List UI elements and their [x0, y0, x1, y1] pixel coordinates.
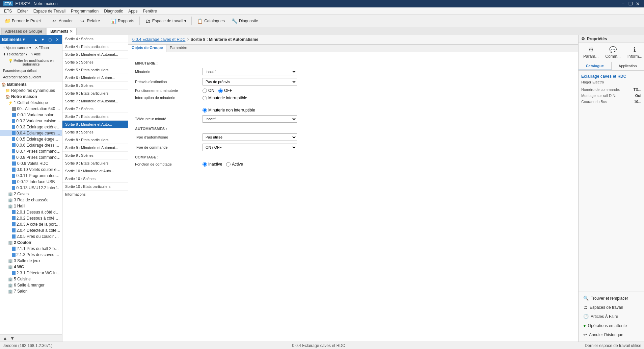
- tree-item-cote-porte[interactable]: 2.0.3 A coté de la porte du s...: [0, 221, 62, 227]
- list-item-sortie7-scenes[interactable]: Sortie 7 : Scènes: [62, 105, 128, 113]
- list-item-sortie10-etats[interactable]: Sortie 10 : Etats particuliers: [62, 183, 128, 191]
- tree-item-detecteur[interactable]: 2.0.4 Détecteur à côté de la...: [0, 227, 62, 233]
- diagnostic-button[interactable]: 🔧 Diagnostic: [229, 17, 261, 25]
- breadcrumb-link[interactable]: 0.0.4 Eclairage caves et RDC: [132, 37, 185, 42]
- tree-item-eclairage-rdc[interactable]: 0.0.4 Eclairage caves et RDC: [0, 130, 62, 136]
- fonction-inactive-radio[interactable]: [203, 162, 207, 167]
- fonction-active-option[interactable]: Active: [226, 162, 243, 167]
- delete-button[interactable]: ✕ Effacer: [33, 45, 51, 51]
- panel-up-button[interactable]: ▲: [33, 36, 39, 43]
- add-channels-button[interactable]: + Ajouter canaux ▾: [1, 45, 33, 51]
- interruption-interruptible-radio[interactable]: [203, 96, 207, 100]
- tab-batiments-close[interactable]: ✕: [70, 29, 73, 34]
- highlight-button[interactable]: 💡 Mettre les modifications en surbrillan…: [1, 58, 61, 67]
- tree-item-volets-rdc[interactable]: 0.0.9 Volets RDC: [0, 160, 62, 167]
- fonctionnement-off-radio[interactable]: [218, 89, 223, 93]
- props-comm-button[interactable]: 💬 Comm...: [603, 45, 622, 60]
- tree-item-eclairage-dressing[interactable]: 0.0.6 Eclairage dressing, port...: [0, 142, 62, 148]
- menu-editer[interactable]: Editer: [15, 8, 30, 14]
- access-button[interactable]: Accorder l'accès au client: [1, 74, 43, 80]
- telerupteur-select[interactable]: Inactif Actif: [203, 115, 297, 123]
- list-item-sortie4-scenes[interactable]: Sortie 4 : Scènes: [62, 35, 128, 43]
- props-param-button[interactable]: ⚙ Param...: [581, 45, 600, 60]
- panel-close-button[interactable]: ✕: [54, 36, 60, 43]
- tree-item-wc[interactable]: 🏢 4 WC: [0, 264, 62, 270]
- tree-item-coffret[interactable]: ⚡ 1 Coffret électrique: [0, 100, 62, 106]
- tree-item-salon[interactable]: 🏢 7 Salon: [0, 288, 62, 294]
- download-button[interactable]: ⬇ Télécharger ▾: [1, 51, 29, 57]
- tree-item-caves[interactable]: 🏢 2 Caves: [0, 191, 62, 197]
- articles-faire-button[interactable]: 🕐 Articles À Faire: [581, 312, 641, 321]
- list-item-sortie7-minuterie[interactable]: Sortie 7 : Minuterie et Automat...: [62, 97, 128, 105]
- find-replace-button[interactable]: 🔍 Trouver et remplacer: [581, 294, 641, 302]
- defaults-button[interactable]: Paramètres par défaut: [1, 68, 38, 74]
- tree-item-eclairage-etage[interactable]: 0.0.5 Eclairage étage, LED et c...: [0, 136, 62, 142]
- tree-item-dessous[interactable]: 2.0.2 Dessous à côté de la p...: [0, 215, 62, 221]
- list-item-sortie9-minuterie[interactable]: Sortie 9 : Minuterie et Automat...: [62, 144, 128, 152]
- list-item-sortie9-etats[interactable]: Sortie 9 : Etats particuliers: [62, 159, 128, 167]
- list-item-sortie7-etats[interactable]: Sortie 7 : Etats particuliers: [62, 113, 128, 121]
- preavis-select[interactable]: Pas de préavis 5 secondes 10 secondes 30…: [203, 78, 297, 85]
- props-tab-catalogue[interactable]: Catalogue: [579, 62, 612, 70]
- menu-programmation[interactable]: Programmation: [68, 8, 101, 14]
- type-commande-select[interactable]: ON / OFF Valeur: [203, 144, 297, 151]
- operations-attente-button[interactable]: ● Opérations en attente: [581, 321, 641, 330]
- rapports-button[interactable]: 📊 Rapports: [107, 17, 137, 25]
- tree-item-detecteur-wc[interactable]: 2.3.1 Détecteur WC Interrup...: [0, 270, 62, 276]
- list-item-sortie8-etats[interactable]: Sortie 8 : Etats particuliers: [62, 136, 128, 144]
- tree-item-prises-rd[interactable]: 0.0.8 Prises commandées (RD...: [0, 154, 62, 160]
- nav-down-button[interactable]: ▼: [9, 335, 16, 341]
- tree-item-hall[interactable]: 🏢 1 Hall: [0, 203, 62, 209]
- menu-fenetre[interactable]: Fenêtre: [140, 8, 160, 14]
- catalogues-button[interactable]: 📋 Catalogues: [194, 17, 228, 25]
- tree-item-interface-uni[interactable]: 0.0.13 US/U12.2 Interface uni...: [0, 185, 62, 191]
- close-button[interactable]: ✕: [635, 0, 641, 7]
- tab-objets-groupe[interactable]: Objets de Groupe: [128, 45, 166, 52]
- restore-button[interactable]: ❐: [627, 0, 634, 7]
- list-item-sortie5-scenes[interactable]: Sortie 5 : Scènes: [62, 58, 128, 66]
- list-item-sortie6-etats[interactable]: Sortie 6 : Etats particuliers: [62, 90, 128, 97]
- list-item-sortie5-etats[interactable]: Sortie 5 : Etats particuliers: [62, 66, 128, 74]
- fonctionnement-off-option[interactable]: OFF: [218, 88, 232, 93]
- espaces-travail-button[interactable]: 🗂 Espaces de travail: [581, 303, 641, 311]
- list-item-sortie5-minuterie[interactable]: Sortie 5 : Minuterie et Automat...: [62, 51, 128, 58]
- tree-item-alimentation[interactable]: 00.- Alimentation 640 mA: [0, 106, 62, 112]
- fonction-active-radio[interactable]: [226, 162, 231, 167]
- fonctionnement-on-radio[interactable]: [203, 89, 207, 93]
- tree-item-programmateur[interactable]: 0.0.11 Programmateur hebdo...: [0, 173, 62, 179]
- list-item-informations[interactable]: Informations: [62, 191, 128, 198]
- tree-item-variateur-cuisine[interactable]: 0.0.2 Variateur cuisine, chamb...: [0, 118, 62, 124]
- close-project-button[interactable]: 📁 Fermer le Projet: [1, 17, 44, 25]
- interruption-non-interruptible-radio[interactable]: [203, 108, 207, 113]
- tree-item-cuisine[interactable]: 🏢 5 Cuisine: [0, 276, 62, 282]
- workspace-button[interactable]: 🗂 Espace de travail ▾: [142, 17, 189, 25]
- tab-batiments[interactable]: Bâtiments ✕: [47, 28, 77, 35]
- list-item-sortie8-minuterie[interactable]: Sortie 8 : Minuterie et Auto...: [62, 121, 128, 128]
- tree-item-salle-jeux[interactable]: 🏢 3 Salle de jeux: [0, 258, 62, 264]
- tree-item-salle-manger[interactable]: 🏢 6 Salle à manger: [0, 282, 62, 288]
- panel-down-button[interactable]: ▼: [40, 36, 46, 43]
- tree-item-couloir[interactable]: 🏢 2 Couloir: [0, 240, 62, 246]
- minuterie-select[interactable]: Inactif Actif: [203, 68, 297, 75]
- menu-ets[interactable]: ETS: [1, 8, 15, 14]
- annuler-historique-button[interactable]: ↩ Annuler l'historique: [581, 330, 641, 339]
- tree-item-rez[interactable]: 🏢 3 Rez de chaussée: [0, 197, 62, 203]
- tree-item-variateur-salon[interactable]: 0.0.1 Variateur salon: [0, 112, 62, 118]
- type-automatisme-select[interactable]: Pas utilisé Actif: [203, 133, 297, 141]
- list-item-sortie6-minuterie[interactable]: Sortie 6 : Minuterie et Autom...: [62, 74, 128, 82]
- list-item-sortie10-scenes[interactable]: Sortie 10 : Scènes: [62, 175, 128, 183]
- menu-apps[interactable]: Apps: [126, 8, 140, 14]
- tree-item-batiments[interactable]: 🏠 Bâtiments: [0, 81, 62, 88]
- redo-button[interactable]: ↪ Refaire: [76, 17, 103, 25]
- menu-diagnostic[interactable]: Diagnostic: [101, 8, 126, 14]
- tree-item-notre-maison[interactable]: 🏠 Notre maison: [0, 94, 62, 100]
- tree-item-volets-couloir[interactable]: 0.0.10 Volets couloir et étage: [0, 167, 62, 173]
- undo-button[interactable]: ↩ Annuler: [48, 17, 76, 25]
- menu-espace-travail[interactable]: Espace de Travail: [31, 8, 68, 14]
- tree-item-dessus[interactable]: 2.0.1 Dessus à côté de la po...: [0, 209, 62, 215]
- tree-item-couloir-bout[interactable]: 2.0.5 Près du couloir 2 bout...: [0, 233, 62, 240]
- nav-up-button[interactable]: ▲: [1, 335, 9, 341]
- tree-item-repertoires[interactable]: 📁 Répertoires dynamiques: [0, 88, 62, 94]
- tree-item-caves-4btn[interactable]: 2.1.3 Près des caves 4 bouto...: [0, 252, 62, 258]
- props-tab-application[interactable]: Application: [612, 62, 644, 70]
